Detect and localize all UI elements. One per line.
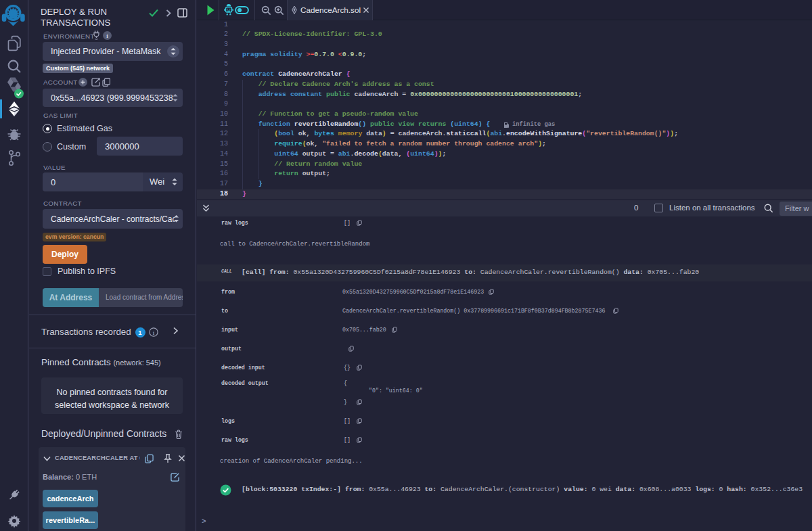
svg-text:i: i bbox=[153, 329, 155, 336]
